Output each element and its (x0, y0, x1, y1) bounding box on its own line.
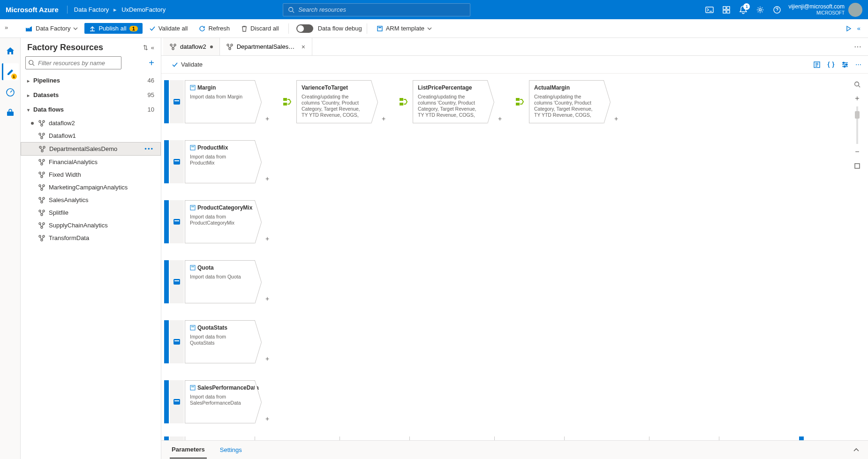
source-connector[interactable] (170, 320, 184, 363)
source-handle[interactable] (164, 260, 169, 303)
source-node[interactable]: QuotaImport data from Quota (185, 260, 255, 303)
transform-node[interactable]: ListPricePercentageCreating/updating the… (413, 80, 488, 123)
expand-panel-icon[interactable] (853, 448, 860, 452)
publish-all-button[interactable]: Publish all 1 (84, 23, 142, 34)
source-node[interactable]: QuotaStatsImport data from QuotaStats (185, 320, 255, 363)
dataflow-item[interactable]: Dataflow1••• (21, 129, 161, 142)
source-node[interactable]: ProductCategoryMixImport data from Produ… (185, 200, 255, 243)
source-connector[interactable] (170, 260, 184, 303)
add-resource-button[interactable]: + (147, 58, 156, 68)
dataflow-item[interactable]: MarketingCampaignAnalytics••• (21, 181, 161, 194)
source-connector[interactable] (170, 380, 184, 423)
transform-connector[interactable] (514, 93, 527, 110)
section-dataflows[interactable]: ▾Data flows 10 (21, 102, 161, 117)
svg-point-26 (41, 163, 43, 165)
dataflow-item[interactable]: SupplyChainAnalytics••• (21, 219, 161, 232)
discard-all-button[interactable]: Discard all (236, 23, 284, 34)
collapse-right-icon[interactable]: « (857, 25, 860, 32)
add-step-button[interactable]: + (382, 115, 388, 121)
validate-all-button[interactable]: Validate all (144, 23, 193, 34)
add-step-button[interactable]: + (265, 295, 272, 301)
cloud-shell-icon[interactable] (701, 0, 718, 19)
zoom-out-button[interactable]: − (851, 146, 863, 158)
svg-point-16 (43, 120, 45, 122)
dataflow-item[interactable]: SalesAnalytics••• (21, 194, 161, 206)
source-node[interactable]: ProductMixImport data from ProductMix (185, 140, 255, 183)
rail-monitor[interactable] (2, 84, 19, 101)
source-node[interactable]: SalesPerformanceDataImport data from Sal… (185, 380, 255, 423)
flow-canvas[interactable]: + − MarginImport data from Margin+Varien… (161, 74, 868, 459)
tab-settings[interactable]: Settings (218, 442, 244, 458)
json-view-icon[interactable] (827, 61, 835, 68)
settings-sliders-icon[interactable] (841, 61, 849, 68)
expand-rail-icon[interactable]: » (5, 24, 8, 31)
zoom-in-button[interactable]: + (851, 92, 863, 105)
breadcrumb-root[interactable]: Data Factory (74, 6, 109, 13)
arm-template-dropdown[interactable]: ARM template (372, 23, 437, 34)
debug-toggle[interactable] (296, 24, 313, 33)
dataflow-item[interactable]: DepartmentalSalesDemo••• (21, 142, 161, 156)
source-connector[interactable] (170, 140, 184, 183)
source-connector[interactable] (170, 200, 184, 243)
rail-home[interactable] (2, 43, 19, 60)
section-datasets[interactable]: ▸Datasets 95 (21, 88, 161, 102)
pin-icon[interactable]: ⇅ (143, 44, 148, 51)
tab-parameters[interactable]: Parameters (170, 441, 207, 459)
zoom-search-icon[interactable] (851, 78, 863, 90)
add-step-button[interactable]: + (498, 115, 505, 121)
breadcrumb-leaf[interactable]: UxDemoFactory (121, 6, 166, 13)
transform-node[interactable]: ActualMarginCreating/updating the column… (529, 80, 604, 123)
zoom-fit-icon[interactable] (851, 160, 863, 172)
rail-manage[interactable] (2, 105, 19, 121)
add-step-button[interactable]: + (614, 115, 621, 121)
add-step-button[interactable]: + (265, 175, 272, 181)
node-description: Import data from QuotaStats (190, 334, 250, 346)
run-icon[interactable] (845, 25, 852, 32)
rail-author[interactable]: 1 (2, 63, 19, 80)
source-handle[interactable] (164, 200, 169, 243)
add-step-button[interactable]: + (265, 355, 272, 361)
search-input[interactable]: Search resources (283, 3, 470, 16)
scope-dropdown[interactable]: Data Factory (21, 23, 83, 34)
section-pipelines[interactable]: ▸Pipelines 46 (21, 73, 161, 88)
add-step-button[interactable]: + (265, 115, 272, 121)
dataflow-name: TransformData (49, 234, 89, 241)
user-info[interactable]: vijienji@microsoft.com MICROSOFT (788, 3, 845, 16)
settings-icon[interactable] (752, 0, 769, 19)
tab-dataflow2[interactable]: dataflow2 (163, 38, 220, 55)
source-handle[interactable] (164, 80, 169, 123)
zoom-slider[interactable] (856, 106, 858, 144)
dataflow-item[interactable]: dataflow2••• (21, 117, 161, 129)
tab-departmental-sales[interactable]: DepartmentalSalesD... × (220, 38, 312, 55)
add-step-button[interactable]: + (265, 415, 272, 421)
source-connector[interactable] (170, 80, 184, 123)
canvas-more-icon[interactable]: ⋯ (855, 61, 861, 68)
transform-connector[interactable] (281, 93, 294, 110)
script-view-icon[interactable] (813, 61, 821, 68)
item-more-icon[interactable]: ••• (144, 145, 154, 152)
filter-input[interactable] (25, 56, 121, 69)
user-email: vijienji@microsoft.com (788, 3, 845, 10)
dataflow-item[interactable]: TransformData••• (21, 232, 161, 244)
tab-overflow[interactable]: ⋯ (847, 38, 868, 55)
refresh-button[interactable]: Refresh (194, 23, 234, 34)
add-step-button[interactable]: + (265, 235, 272, 241)
dataflow-item[interactable]: FinancialAnalytics••• (21, 156, 161, 168)
collapse-panel-icon[interactable]: « (151, 44, 154, 51)
source-handle[interactable] (164, 320, 169, 363)
notifications-icon[interactable]: 1 (735, 0, 752, 19)
validate-button[interactable]: Validate (168, 59, 206, 70)
directory-icon[interactable] (718, 0, 735, 19)
source-handle[interactable] (164, 140, 169, 183)
svg-point-41 (41, 226, 43, 228)
dataflow-item[interactable]: Fixed Width••• (21, 168, 161, 181)
close-icon[interactable]: × (302, 43, 305, 51)
user-org: MICROSOFT (788, 10, 845, 16)
source-node[interactable]: MarginImport data from Margin (185, 80, 255, 123)
help-icon[interactable] (769, 0, 785, 19)
source-handle[interactable] (164, 380, 169, 423)
transform-node[interactable]: VarienceToTargetCreating/updating the co… (296, 80, 371, 123)
dataflow-item[interactable]: Splitfile••• (21, 206, 161, 219)
avatar[interactable] (848, 3, 862, 17)
transform-connector[interactable] (398, 93, 411, 110)
